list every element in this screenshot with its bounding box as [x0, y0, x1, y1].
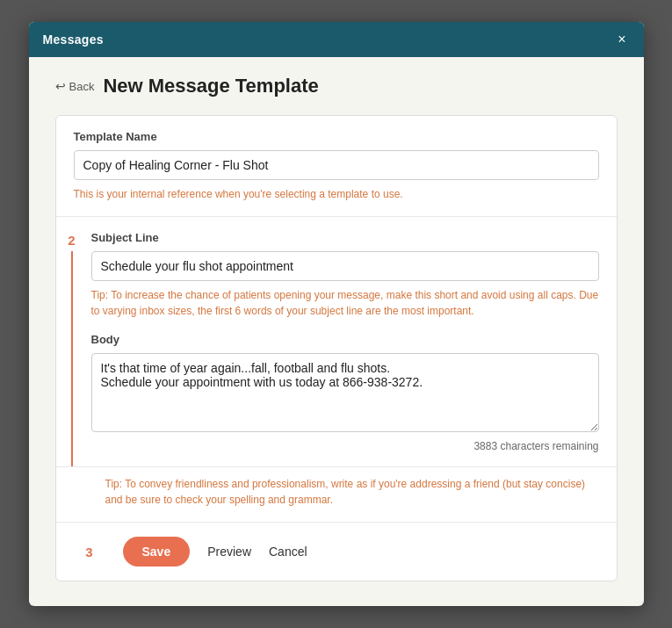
step2-bar — [71, 251, 73, 466]
subject-label: Subject Line — [91, 231, 599, 244]
page-title: New Message Template — [103, 75, 318, 97]
template-name-label: Template Name — [74, 130, 599, 143]
modal-title: Messages — [43, 32, 104, 47]
step2-content: Subject Line Tip: To increase the chance… — [88, 217, 617, 466]
step2-number: 2 — [68, 233, 75, 248]
step2-indicator: 2 — [56, 217, 88, 466]
template-name-input[interactable] — [74, 150, 599, 180]
template-name-hint: This is your internal reference when you… — [74, 186, 599, 202]
body-hint: Tip: To convey friendliness and professi… — [105, 476, 599, 508]
form-card: Template Name This is your internal refe… — [55, 115, 618, 581]
step3-indicator: 3 — [74, 545, 105, 559]
preview-button[interactable]: Preview — [207, 541, 251, 562]
modal-header: Messages × — [29, 22, 644, 57]
back-arrow-icon: ↩ — [55, 79, 66, 93]
subject-hint: Tip: To increase the chance of patients … — [91, 287, 599, 319]
back-link[interactable]: ↩ Back — [55, 79, 95, 93]
char-count: 3883 characters remaining — [91, 440, 599, 452]
body-hint-section: Tip: To convey friendliness and professi… — [56, 467, 617, 523]
modal-body: ↩ Back New Message Template Template Nam… — [29, 57, 644, 606]
subject-body-section: 2 Subject Line Tip: To increase the chan… — [56, 217, 617, 467]
subject-input[interactable] — [91, 251, 599, 281]
close-button[interactable]: × — [614, 31, 629, 48]
cancel-button[interactable]: Cancel — [269, 541, 307, 562]
body-textarea[interactable]: It's that time of year again...fall, foo… — [91, 353, 599, 432]
actions-row: 3 Save Preview Cancel — [56, 523, 617, 581]
page-header: ↩ Back New Message Template — [55, 75, 618, 97]
modal: Messages × ↩ Back New Message Template T… — [29, 22, 644, 606]
template-name-section: Template Name This is your internal refe… — [56, 116, 617, 217]
back-label: Back — [69, 80, 95, 93]
save-button[interactable]: Save — [123, 537, 191, 567]
body-label: Body — [91, 333, 599, 346]
